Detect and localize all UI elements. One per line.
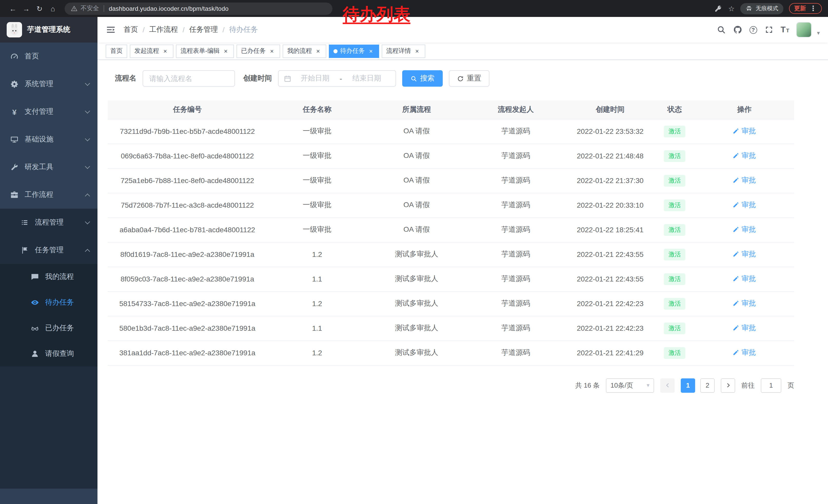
tab-process-form-edit[interactable]: 流程表单-编辑× <box>176 44 234 58</box>
breadcrumb-item[interactable]: 首页 <box>124 25 138 34</box>
total-count: 共 16 条 <box>575 381 600 390</box>
approve-link[interactable]: 审批 <box>733 127 756 136</box>
tab-process-detail[interactable]: 流程详情× <box>382 44 425 58</box>
sidebar-item-dev-tools[interactable]: 研发工具 <box>0 153 97 181</box>
search-button[interactable]: 搜索 <box>402 70 443 87</box>
page-size-value: 10条/页 <box>611 381 633 390</box>
end-date-placeholder[interactable]: 结束日期 <box>343 74 390 83</box>
active-tab-dot <box>333 49 338 53</box>
status-cell: 激活 <box>655 267 695 291</box>
edit-icon <box>733 202 740 209</box>
approve-link[interactable]: 审批 <box>733 200 756 210</box>
column-header: 操作 <box>695 100 794 119</box>
table-row: a6aba0a4-7b6d-11ec-b781-acde48001122一级审批… <box>108 217 794 242</box>
sidebar-item-workflow[interactable]: 工作流程 <box>0 181 97 209</box>
approve-link[interactable]: 审批 <box>733 348 756 357</box>
task-id-cell: 580e1b3d-7ac8-11ec-a9e2-a2380e71991a <box>108 316 267 340</box>
browser-home-button[interactable]: ⌂ <box>46 2 59 15</box>
sidebar-toggle-hamburger-icon[interactable] <box>106 25 116 35</box>
process-cell: OA 请假 <box>367 193 466 217</box>
glasses-icon <box>31 324 39 332</box>
sidebar-item-infrastructure[interactable]: 基础设施 <box>0 126 97 153</box>
approve-link[interactable]: 审批 <box>733 299 756 308</box>
browser-refresh-button[interactable]: ↻ <box>33 2 46 15</box>
tab-todo-task[interactable]: 待办任务× <box>329 44 379 58</box>
approve-link[interactable]: 审批 <box>733 176 756 185</box>
address-bar[interactable]: 不安全 dashboard.yudao.iocoder.cn/bpm/task/… <box>65 2 332 15</box>
page-size-select[interactable]: 10条/页 ▾ <box>606 378 654 393</box>
goto-suffix: 页 <box>787 381 794 390</box>
page-1-button[interactable]: 1 <box>681 378 695 393</box>
task-id-cell: 725a1eb6-7b88-11ec-8ef0-acde48001122 <box>108 168 267 193</box>
status-cell: 激活 <box>655 193 695 217</box>
goto-page-input[interactable] <box>761 378 781 393</box>
prev-page-button[interactable] <box>660 378 675 393</box>
created-time-cell: 2022-01-22 20:33:10 <box>566 193 655 217</box>
avatar-caret-down-icon[interactable]: ▾ <box>817 30 820 36</box>
date-range-picker[interactable]: 开始日期 - 结束日期 <box>278 70 396 87</box>
search-icon[interactable] <box>716 25 726 34</box>
sidebar-item-payment-management[interactable]: ¥支付管理 <box>0 98 97 126</box>
url-text: dashboard.yudao.iocoder.cn/bpm/task/todo <box>109 5 229 12</box>
task-id-cell: 8f059c03-7ac8-11ec-a9e2-a2380e71991a <box>108 267 267 291</box>
tab-home[interactable]: 首页 <box>106 44 127 58</box>
approve-link[interactable]: 审批 <box>733 225 756 234</box>
sidebar-item-done-task[interactable]: 已办任务 <box>0 315 97 341</box>
app-logo-icon <box>7 22 22 37</box>
fullscreen-icon[interactable] <box>764 25 773 34</box>
app-logo-row[interactable]: 芋道管理系统 <box>0 17 97 43</box>
tab-close-icon[interactable]: × <box>413 47 421 55</box>
approve-link[interactable]: 审批 <box>733 151 756 161</box>
filter-bar: 流程名 创建时间 开始日期 - 结束日期 搜索 重 <box>108 70 794 87</box>
browser-chrome: ← → ↻ ⌂ 不安全 dashboard.yudao.iocoder.cn/b… <box>0 0 828 17</box>
tab-close-icon[interactable]: × <box>315 47 322 55</box>
breadcrumb-item[interactable]: 工作流程 <box>149 25 178 34</box>
process-cell: 测试多审批人 <box>367 316 466 340</box>
reset-button[interactable]: 重置 <box>449 70 489 87</box>
tab-close-icon[interactable]: × <box>162 47 169 55</box>
table-row: 381aa1dd-7ac8-11ec-a9e2-a2380e71991a1.2测… <box>108 340 794 365</box>
sidebar-item-todo-task[interactable]: 待办任务 <box>0 290 97 315</box>
font-size-icon[interactable]: TT <box>781 26 789 34</box>
process-name-input[interactable] <box>142 70 235 87</box>
approve-link[interactable]: 审批 <box>733 324 756 333</box>
approve-link[interactable]: 审批 <box>733 274 756 283</box>
status-badge: 激活 <box>664 224 686 236</box>
github-icon[interactable] <box>733 25 742 34</box>
task-name-cell: 1.1 <box>267 267 367 291</box>
browser-update-button[interactable]: 更新 ⋮ <box>789 3 822 14</box>
process-cell: 测试多审批人 <box>367 242 466 267</box>
user-avatar[interactable] <box>796 22 812 37</box>
browser-forward-button[interactable]: → <box>19 2 33 15</box>
breadcrumb-separator: / <box>142 26 145 34</box>
initiator-cell: 芋道源码 <box>466 242 566 267</box>
process-cell: 测试多审批人 <box>367 267 466 291</box>
bookmark-star-icon[interactable]: ☆ <box>728 4 735 12</box>
sidebar-item-leave-query[interactable]: 请假查询 <box>0 341 97 367</box>
created-time-cell: 2022-01-21 22:43:55 <box>566 267 655 291</box>
tab-my-process[interactable]: 我的流程× <box>283 44 326 58</box>
sidebar-item-system-management[interactable]: 系统管理 <box>0 70 97 98</box>
start-date-placeholder[interactable]: 开始日期 <box>291 74 339 83</box>
page-2-button[interactable]: 2 <box>700 378 715 393</box>
yen-icon: ¥ <box>10 108 18 116</box>
tab-close-icon[interactable]: × <box>367 47 374 55</box>
breadcrumb-separator: / <box>223 26 225 34</box>
tab-close-icon[interactable]: × <box>268 47 276 55</box>
browser-back-button[interactable]: ← <box>6 2 19 15</box>
approve-link[interactable]: 审批 <box>733 250 756 259</box>
browser-menu-dots-icon[interactable]: ⋮ <box>810 5 817 12</box>
tab-start-process[interactable]: 发起流程× <box>130 44 173 58</box>
sidebar-item-task-management[interactable]: 任务管理 <box>0 236 97 264</box>
sidebar-item-process-management[interactable]: 流程管理 <box>0 209 97 236</box>
sidebar-item-my-process[interactable]: 我的流程 <box>0 264 97 290</box>
password-key-icon[interactable] <box>715 5 722 12</box>
todo-task-table: 任务编号任务名称所属流程流程发起人创建时间状态操作 73211d9d-7b9b-… <box>108 100 794 365</box>
help-icon[interactable]: ? <box>749 26 757 34</box>
next-page-button[interactable] <box>721 378 735 393</box>
tab-done-task[interactable]: 已办任务× <box>237 44 280 58</box>
tab-close-icon[interactable]: × <box>222 47 229 55</box>
breadcrumb-item[interactable]: 任务管理 <box>189 25 218 34</box>
sidebar-item-home[interactable]: 首页 <box>0 43 97 70</box>
task-id-cell: 75d72608-7b7f-11ec-a3c8-acde48001122 <box>108 193 267 217</box>
